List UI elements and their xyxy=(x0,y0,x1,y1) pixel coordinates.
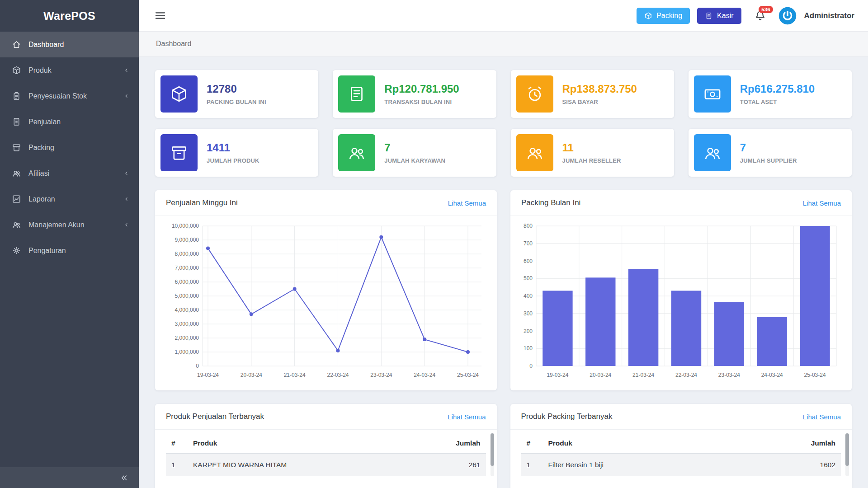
penjualan-lihat-semua-link[interactable]: Lihat Semua xyxy=(448,199,486,207)
chevron-left-icon xyxy=(123,221,130,228)
table-cell-produk: Filter Bensin 1 biji xyxy=(543,454,792,477)
sidebar-item-manajemen-akun[interactable]: Manajemen Akun xyxy=(0,212,139,238)
stat-value: Rp616.275.810 xyxy=(740,83,815,95)
users-icon xyxy=(694,134,731,171)
stat-value: 12780 xyxy=(207,83,266,95)
archive-icon xyxy=(12,143,21,152)
dashboard-content: 12780 PACKING BULAN INI Rp120.781.950 TR… xyxy=(139,56,868,488)
hamburger-icon xyxy=(154,9,166,22)
app-title: WarePOS xyxy=(43,9,95,23)
stat-value: 7 xyxy=(384,141,445,154)
packing-button[interactable]: Packing xyxy=(637,8,690,24)
svg-text:19-03-24: 19-03-24 xyxy=(197,372,219,378)
users-icon xyxy=(338,134,375,171)
svg-text:0: 0 xyxy=(196,363,199,369)
sidebar-item-afiliasi[interactable]: Afiliasi xyxy=(0,160,139,186)
scrollbar-thumb[interactable] xyxy=(491,433,494,466)
stats-grid: 12780 PACKING BULAN INI Rp120.781.950 TR… xyxy=(155,70,852,177)
chart-icon xyxy=(12,194,21,204)
svg-text:7,000,000: 7,000,000 xyxy=(175,265,199,271)
stat-card-jumlah-karyawan: 7 JUMLAH KARYAWAN xyxy=(333,129,496,177)
table-container: # Produk Jumlah 1Filter Bensin 1 biji160… xyxy=(510,430,852,476)
stat-card-packing-bulan-ini: 12780 PACKING BULAN INI xyxy=(155,70,318,118)
svg-text:10,000,000: 10,000,000 xyxy=(172,223,199,229)
top-products-table: # Produk Jumlah 1Filter Bensin 1 biji160… xyxy=(521,433,841,476)
svg-text:2,000,000: 2,000,000 xyxy=(175,335,199,341)
receipt-icon xyxy=(338,75,375,113)
packing-terbanyak-lihat-semua-link[interactable]: Lihat Semua xyxy=(803,413,841,421)
sidebar-item-label: Manajemen Akun xyxy=(28,221,116,229)
gear-icon xyxy=(12,246,21,255)
svg-text:19-03-24: 19-03-24 xyxy=(547,372,568,378)
top-products-table: # Produk Jumlah 1KARPET MIO WARNA HITAM2… xyxy=(166,433,486,476)
chevron-left-icon xyxy=(123,196,130,202)
users-icon xyxy=(12,220,21,230)
svg-text:9,000,000: 9,000,000 xyxy=(175,237,199,243)
stat-label: TRANSAKSI BULAN INI xyxy=(384,99,459,105)
power-logo-icon xyxy=(778,6,797,25)
sidebar-item-laporan[interactable]: Laporan xyxy=(0,186,139,212)
card-header: Produk Penjualan Terbanyak Lihat Semua xyxy=(155,404,497,430)
chevron-left-icon xyxy=(123,93,130,99)
svg-text:22-03-24: 22-03-24 xyxy=(675,372,697,378)
table-cell-rank: 1 xyxy=(166,454,188,477)
table-cell-jumlah: 261 xyxy=(436,454,486,477)
sidebar-item-label: Pengaturan xyxy=(28,247,130,255)
column-header-jumlah: Jumlah xyxy=(791,433,841,454)
sidebar-collapse-button[interactable] xyxy=(0,467,139,488)
svg-text:600: 600 xyxy=(524,258,533,264)
table-header-row: # Produk Jumlah xyxy=(521,433,841,454)
sidebar-item-penjualan[interactable]: Penjualan xyxy=(0,109,139,135)
column-header-produk: Produk xyxy=(188,433,436,454)
svg-text:700: 700 xyxy=(524,240,533,247)
stat-value: Rp138.873.750 xyxy=(562,83,637,95)
notifications-button[interactable]: 536 xyxy=(754,9,766,22)
svg-text:21-03-24: 21-03-24 xyxy=(284,372,306,378)
stat-label: JUMLAH PRODUK xyxy=(207,157,259,164)
stat-label: PACKING BULAN INI xyxy=(207,99,266,105)
stat-label: JUMLAH SUPPLIER xyxy=(740,157,797,164)
table-scrollbar[interactable] xyxy=(491,433,494,476)
svg-text:0: 0 xyxy=(529,363,533,369)
card-title: Penjualan Minggu Ini xyxy=(166,198,238,207)
kasir-button[interactable]: Kasir xyxy=(697,8,741,24)
svg-text:24-03-24: 24-03-24 xyxy=(414,372,435,378)
chevron-left-icon xyxy=(123,67,130,74)
svg-text:20-03-24: 20-03-24 xyxy=(241,372,262,378)
table-header-row: # Produk Jumlah xyxy=(166,433,486,454)
column-header-rank: # xyxy=(166,433,188,454)
svg-text:25-03-24: 25-03-24 xyxy=(804,372,826,378)
stat-card-transaksi-bulan-ini: Rp120.781.950 TRANSAKSI BULAN INI xyxy=(333,70,496,118)
penjualan-terbanyak-lihat-semua-link[interactable]: Lihat Semua xyxy=(448,413,486,421)
stat-label: JUMLAH KARYAWAN xyxy=(384,157,445,164)
svg-text:3,000,000: 3,000,000 xyxy=(175,321,199,327)
app-brand[interactable]: WarePOS xyxy=(0,0,139,32)
sidebar-item-packing[interactable]: Packing xyxy=(0,135,139,160)
card-header: Packing Bulan Ini Lihat Semua xyxy=(510,190,852,216)
table-cell-rank: 1 xyxy=(521,454,543,477)
sidebar-item-produk[interactable]: Produk xyxy=(0,57,139,83)
packing-button-label: Packing xyxy=(656,12,682,20)
chart-area: 010020030040050060070080019-03-2420-03-2… xyxy=(510,216,852,390)
calculator-icon xyxy=(705,12,713,20)
user-avatar[interactable] xyxy=(778,6,797,25)
stat-label: TOTAL ASET xyxy=(740,99,815,105)
card-title: Produk Packing Terbanyak xyxy=(521,412,613,421)
stat-label: SISA BAYAR xyxy=(562,99,637,105)
sidebar-item-pengaturan[interactable]: Pengaturan xyxy=(0,238,139,263)
table-scrollbar[interactable] xyxy=(845,433,849,476)
sidebar-item-label: Penjualan xyxy=(28,118,130,126)
svg-text:22-03-24: 22-03-24 xyxy=(327,372,349,378)
card-header: Produk Packing Terbanyak Lihat Semua xyxy=(510,404,852,430)
stat-card-jumlah-produk: 1411 JUMLAH PRODUK xyxy=(155,129,318,177)
svg-text:1,000,000: 1,000,000 xyxy=(175,349,199,355)
breadcrumb[interactable]: Dashboard xyxy=(156,40,191,47)
archive-icon xyxy=(160,134,198,171)
users-icon xyxy=(516,134,553,171)
svg-text:200: 200 xyxy=(524,328,533,334)
scrollbar-thumb[interactable] xyxy=(845,433,849,466)
packing-lihat-semua-link[interactable]: Lihat Semua xyxy=(803,199,841,207)
sidebar-item-dashboard[interactable]: Dashboard xyxy=(0,32,139,57)
menu-toggle-button[interactable] xyxy=(154,9,166,22)
sidebar-item-penyesuaian-stok[interactable]: Penyesuaian Stok xyxy=(0,83,139,109)
